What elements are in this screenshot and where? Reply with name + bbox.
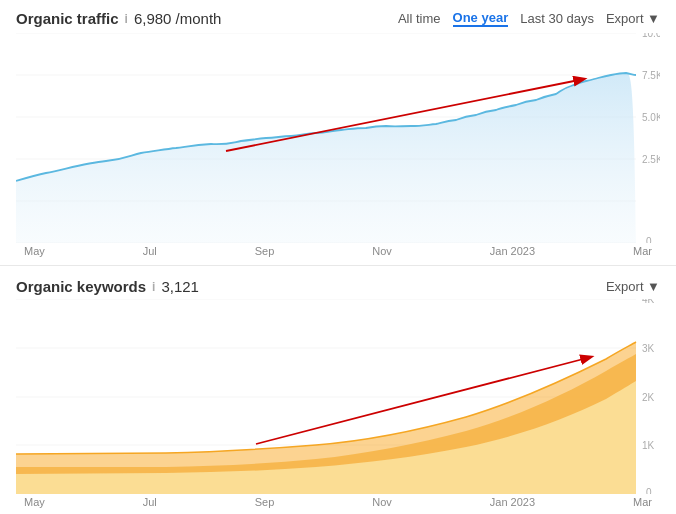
x2-label-sep: Sep: [255, 496, 275, 508]
svg-text:1K: 1K: [642, 440, 655, 451]
x-label-may: May: [24, 245, 45, 257]
organic-traffic-metric: 6,980 /month: [134, 10, 222, 27]
chart1-x-labels: May Jul Sep Nov Jan 2023 Mar: [16, 243, 660, 259]
svg-text:2K: 2K: [642, 392, 655, 403]
organic-traffic-title: Organic traffic: [16, 10, 119, 27]
svg-text:0: 0: [646, 487, 652, 494]
time-option-all[interactable]: All time: [398, 11, 441, 26]
export-btn-traffic[interactable]: Export ▼: [606, 11, 660, 26]
x2-label-nov: Nov: [372, 496, 392, 508]
svg-text:10.0K: 10.0K: [642, 33, 660, 39]
time-option-30days[interactable]: Last 30 days: [520, 11, 594, 26]
x-label-nov: Nov: [372, 245, 392, 257]
svg-text:7.5K: 7.5K: [642, 70, 660, 81]
x-label-mar: Mar: [633, 245, 652, 257]
organic-keywords-title: Organic keywords: [16, 278, 146, 295]
x-label-sep: Sep: [255, 245, 275, 257]
organic-keywords-metric: 3,121: [161, 278, 199, 295]
x2-label-mar: Mar: [633, 496, 652, 508]
x2-label-jan2023: Jan 2023: [490, 496, 535, 508]
svg-text:0: 0: [646, 236, 652, 243]
export-btn-keywords[interactable]: Export ▼: [606, 279, 660, 294]
chart2-x-labels: May Jul Sep Nov Jan 2023 Mar: [16, 494, 660, 510]
x2-label-jul: Jul: [143, 496, 157, 508]
x-label-jul: Jul: [143, 245, 157, 257]
svg-text:4K: 4K: [642, 299, 655, 305]
organic-keywords-chart: 4K 3K 2K 1K 0: [16, 299, 660, 494]
organic-traffic-chart: 10.0K 7.5K 5.0K 2.5K 0: [16, 33, 660, 243]
x-label-jan2023: Jan 2023: [490, 245, 535, 257]
svg-text:3K: 3K: [642, 343, 655, 354]
organic-traffic-info-icon[interactable]: i: [125, 12, 128, 26]
organic-keywords-info-icon[interactable]: i: [152, 280, 155, 294]
x2-label-may: May: [24, 496, 45, 508]
time-nav: All time One year Last 30 days Export ▼: [398, 10, 660, 27]
svg-text:2.5K: 2.5K: [642, 154, 660, 165]
svg-text:5.0K: 5.0K: [642, 112, 660, 123]
time-option-year[interactable]: One year: [453, 10, 509, 27]
